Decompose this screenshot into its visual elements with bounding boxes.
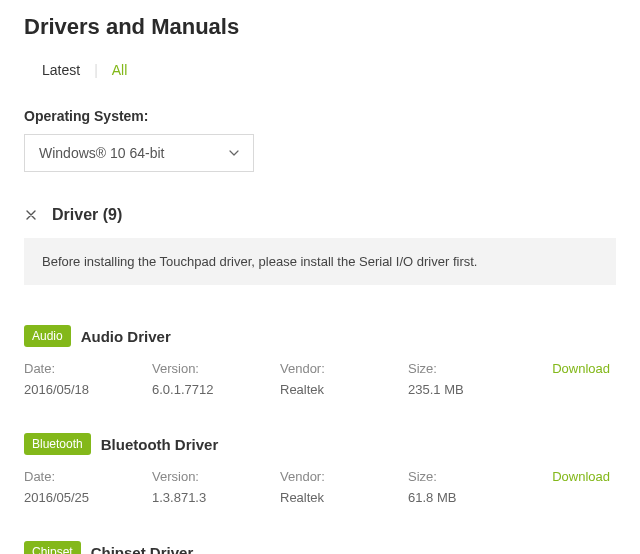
driver-title: Chipset Driver bbox=[91, 544, 194, 555]
tab-all[interactable]: All bbox=[112, 62, 128, 78]
col-vendor-value: Realtek bbox=[280, 382, 408, 397]
close-icon[interactable] bbox=[24, 208, 38, 222]
driver-item: Chipset Chipset Driver bbox=[24, 541, 616, 554]
tab-separator: | bbox=[94, 62, 98, 78]
col-size-value: 61.8 MB bbox=[408, 490, 528, 505]
col-version-value: 1.3.871.3 bbox=[152, 490, 280, 505]
col-vendor-label: Vendor: bbox=[280, 469, 408, 484]
col-vendor-label: Vendor: bbox=[280, 361, 408, 376]
download-link[interactable]: Download bbox=[552, 361, 610, 376]
chevron-down-icon bbox=[229, 148, 239, 158]
col-size-value: 235.1 MB bbox=[408, 382, 528, 397]
col-version-label: Version: bbox=[152, 469, 280, 484]
filter-tabs: Latest | All bbox=[24, 62, 616, 78]
driver-item: Bluetooth Bluetooth Driver Date: 2016/05… bbox=[24, 433, 616, 505]
driver-title: Audio Driver bbox=[81, 328, 171, 345]
os-selected-value: Windows® 10 64-bit bbox=[39, 145, 164, 161]
os-select[interactable]: Windows® 10 64-bit bbox=[24, 134, 254, 172]
download-link[interactable]: Download bbox=[552, 469, 610, 484]
col-vendor-value: Realtek bbox=[280, 490, 408, 505]
category-pill: Chipset bbox=[24, 541, 81, 554]
tab-latest[interactable]: Latest bbox=[42, 62, 80, 78]
col-version-value: 6.0.1.7712 bbox=[152, 382, 280, 397]
driver-item: Audio Audio Driver Date: 2016/05/18 Vers… bbox=[24, 325, 616, 397]
col-date-label: Date: bbox=[24, 361, 152, 376]
os-label: Operating System: bbox=[24, 108, 616, 124]
col-date-value: 2016/05/25 bbox=[24, 490, 152, 505]
category-pill: Audio bbox=[24, 325, 71, 347]
col-size-label: Size: bbox=[408, 469, 528, 484]
col-size-label: Size: bbox=[408, 361, 528, 376]
driver-title: Bluetooth Driver bbox=[101, 436, 219, 453]
install-notice: Before installing the Touchpad driver, p… bbox=[24, 238, 616, 285]
page-title: Drivers and Manuals bbox=[24, 14, 616, 40]
col-date-label: Date: bbox=[24, 469, 152, 484]
col-date-value: 2016/05/18 bbox=[24, 382, 152, 397]
section-heading-row: Driver (9) bbox=[24, 206, 616, 224]
section-heading: Driver (9) bbox=[52, 206, 122, 224]
category-pill: Bluetooth bbox=[24, 433, 91, 455]
col-version-label: Version: bbox=[152, 361, 280, 376]
